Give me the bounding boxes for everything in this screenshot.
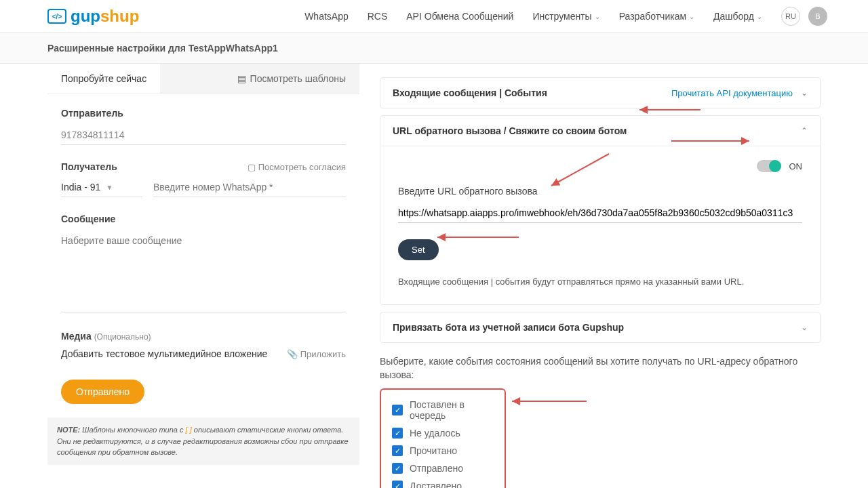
- send-button[interactable]: Отправлено: [61, 380, 144, 404]
- right-panel: Входящие сообщения | События Прочитать A…: [380, 64, 821, 488]
- media-optional: (Опционально): [94, 332, 151, 342]
- sender-input[interactable]: [61, 125, 346, 145]
- api-docs-link[interactable]: Прочитать API документацию: [671, 88, 793, 98]
- chevron-down-icon: ⌄: [801, 323, 808, 332]
- event-read[interactable]: ✓Прочитано: [392, 445, 494, 456]
- tabs: Попробуйте сейчас ▤ Посмотреть шаблоны: [47, 64, 359, 94]
- callback-hint: Введите URL обратного вызова: [398, 186, 802, 197]
- avatar[interactable]: B: [808, 7, 827, 26]
- accordion-link-bot-header[interactable]: Привязать бота из учетной записи бота Gu…: [380, 312, 820, 342]
- media-add-text: Добавить тестовое мультимедийное вложени…: [61, 348, 267, 359]
- event-failed[interactable]: ✓Не удалось: [392, 428, 494, 439]
- lang-button[interactable]: RU: [781, 7, 800, 26]
- nav-developers[interactable]: Разработчикам⌄: [619, 11, 694, 22]
- country-select[interactable]: India - 91 ▼: [61, 178, 142, 197]
- note: NOTE: Шаблоны кнопочного типа с [ ] опис…: [47, 418, 359, 465]
- chevron-down-icon: ⌄: [757, 13, 762, 20]
- callback-toggle[interactable]: [757, 160, 781, 172]
- message-label: Сообщение: [61, 214, 346, 224]
- annotation-arrow: [509, 394, 590, 408]
- toggle-label: ON: [789, 161, 803, 171]
- checkbox-icon: ✓: [392, 481, 403, 488]
- recipient-input[interactable]: [153, 178, 346, 197]
- nav-whatsapp[interactable]: WhatsApp: [304, 11, 349, 22]
- accordion-inbound-header[interactable]: Входящие сообщения | События Прочитать A…: [380, 78, 820, 108]
- accordion-inbound: Входящие сообщения | События Прочитать A…: [380, 77, 821, 108]
- logo[interactable]: </> gupshup: [47, 7, 139, 26]
- left-panel: Попробуйте сейчас ▤ Посмотреть шаблоны О…: [47, 64, 359, 488]
- message-textarea[interactable]: [61, 231, 346, 312]
- attach-button[interactable]: 📎 Приложить: [287, 349, 346, 359]
- paperclip-icon: 📎: [287, 349, 298, 359]
- chevron-down-icon: ⌄: [689, 13, 694, 20]
- logo-icon: </>: [47, 9, 66, 24]
- header: </> gupshup WhatsApp RCS API Обмена Сооб…: [0, 0, 868, 33]
- set-button[interactable]: Set: [398, 239, 439, 260]
- accordion-link-bot: Привязать бота из учетной записи бота Gu…: [380, 312, 821, 343]
- nav-tools[interactable]: Инструменты⌄: [532, 11, 599, 22]
- recipient-label: Получатель: [61, 161, 117, 172]
- events-box: ✓Поставлен в очередь ✓Не удалось ✓Прочит…: [380, 388, 506, 488]
- template-icon: ▤: [237, 73, 246, 84]
- event-sent[interactable]: ✓Отправлено: [392, 463, 494, 474]
- media-label: Медиа: [61, 331, 92, 342]
- accordion-callback-header[interactable]: URL обратного вызова / Свяжите со своим …: [380, 116, 820, 146]
- tab-try-now[interactable]: Попробуйте сейчас: [47, 64, 160, 94]
- nav-api[interactable]: API Обмена Сообщений: [406, 11, 513, 22]
- accordion-callback: URL обратного вызова / Свяжите со своим …: [380, 115, 821, 305]
- events-label: Выберите, какие события состояния сообще…: [380, 355, 821, 382]
- consent-icon: ▢: [248, 162, 256, 172]
- tab-view-templates[interactable]: ▤ Посмотреть шаблоны: [224, 64, 359, 94]
- chevron-up-icon: ⌃: [801, 126, 808, 136]
- toggle-knob: [769, 160, 781, 172]
- chevron-down-icon: ▼: [106, 184, 113, 191]
- checkbox-icon: ✓: [392, 428, 403, 439]
- nav-rcs[interactable]: RCS: [368, 11, 388, 22]
- view-consents-button[interactable]: ▢ Посмотреть согласия: [248, 162, 346, 172]
- page-title: Расширенные настройки для TestAppWhatsAp…: [0, 33, 868, 64]
- sender-label: Отправитель: [61, 108, 346, 119]
- checkbox-icon: ✓: [392, 445, 403, 456]
- logo-text: gupshup: [71, 7, 139, 26]
- checkbox-icon: ✓: [392, 463, 403, 474]
- callback-info: Входящие сообщения | события будут отпра…: [398, 277, 802, 287]
- checkbox-icon: ✓: [392, 405, 403, 415]
- chevron-down-icon: ⌄: [595, 13, 600, 20]
- event-delivered[interactable]: ✓Доставлено: [392, 481, 494, 488]
- callback-url-input[interactable]: [398, 203, 802, 223]
- chevron-down-icon: ⌄: [801, 88, 808, 98]
- nav: WhatsApp RCS API Обмена Сообщений Инстру…: [304, 7, 827, 26]
- event-queued[interactable]: ✓Поставлен в очередь: [392, 399, 494, 421]
- nav-dashboard[interactable]: Дашборд⌄: [713, 11, 762, 22]
